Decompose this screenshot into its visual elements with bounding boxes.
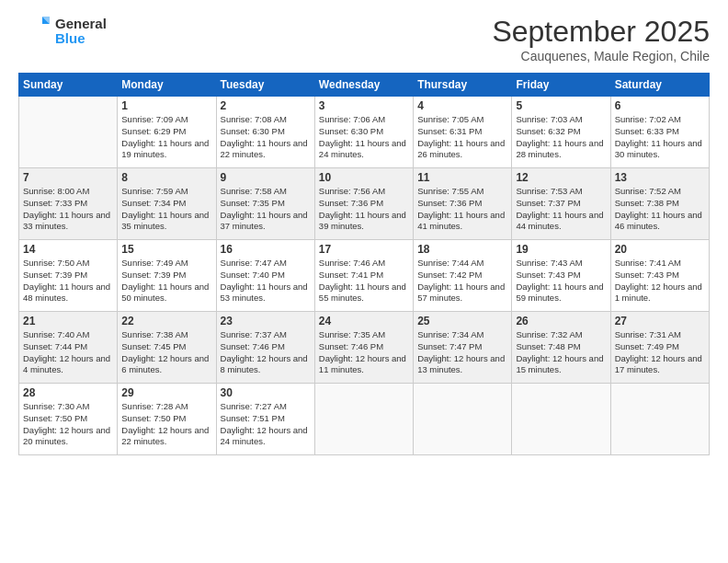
day-header: Monday <box>118 74 216 97</box>
cell-info: Sunrise: 7:46 AMSunset: 7:41 PMDaylight:… <box>319 258 409 304</box>
logo-svg <box>18 15 51 48</box>
day-number: 27 <box>615 315 705 327</box>
day-number: 9 <box>221 171 311 184</box>
cell-info: Sunrise: 7:56 AMSunset: 7:36 PMDaylight:… <box>319 186 409 233</box>
calendar-cell: 29 Sunrise: 7:28 AMSunset: 7:50 PMDaylig… <box>118 384 216 455</box>
cell-info: Sunrise: 7:06 AMSunset: 6:30 PMDaylight:… <box>319 114 409 161</box>
calendar-cell <box>414 384 512 455</box>
day-number: 24 <box>319 315 409 327</box>
cell-info: Sunrise: 7:55 AMSunset: 7:36 PMDaylight:… <box>417 186 507 233</box>
calendar: SundayMondayTuesdayWednesdayThursdayFrid… <box>18 73 710 455</box>
cell-info: Sunrise: 7:05 AMSunset: 6:31 PMDaylight:… <box>417 114 507 161</box>
cell-info: Sunrise: 7:43 AMSunset: 7:43 PMDaylight:… <box>516 258 606 304</box>
title-section: September 2025 Cauquenes, Maule Region, … <box>492 15 710 63</box>
day-number: 23 <box>221 315 311 327</box>
calendar-cell: 1 Sunrise: 7:09 AMSunset: 6:29 PMDayligh… <box>118 97 216 168</box>
subtitle: Cauquenes, Maule Region, Chile <box>492 49 710 63</box>
day-number: 21 <box>23 315 113 327</box>
calendar-cell: 27 Sunrise: 7:31 AMSunset: 7:49 PMDaylig… <box>610 312 709 384</box>
month-title: September 2025 <box>492 15 710 49</box>
day-number: 2 <box>221 99 311 112</box>
calendar-cell: 17 Sunrise: 7:46 AMSunset: 7:41 PMDaylig… <box>314 240 413 312</box>
day-number: 16 <box>221 243 311 256</box>
cell-info: Sunrise: 7:41 AMSunset: 7:43 PMDaylight:… <box>615 258 705 304</box>
day-number: 26 <box>516 315 606 327</box>
cell-info: Sunrise: 8:00 AMSunset: 7:33 PMDaylight:… <box>23 186 113 233</box>
cell-info: Sunrise: 7:34 AMSunset: 7:47 PMDaylight:… <box>417 329 507 376</box>
logo-general: General <box>55 17 107 32</box>
calendar-cell: 25 Sunrise: 7:34 AMSunset: 7:47 PMDaylig… <box>414 312 512 384</box>
day-number: 1 <box>121 99 211 112</box>
day-number: 20 <box>615 243 705 256</box>
day-number: 15 <box>121 243 211 256</box>
day-number: 19 <box>516 243 606 256</box>
calendar-cell <box>314 384 413 455</box>
calendar-cell <box>512 384 610 455</box>
day-number: 12 <box>516 171 606 184</box>
calendar-cell: 2 Sunrise: 7:08 AMSunset: 6:30 PMDayligh… <box>216 97 314 168</box>
cell-info: Sunrise: 7:49 AMSunset: 7:39 PMDaylight:… <box>121 258 211 304</box>
cell-info: Sunrise: 7:31 AMSunset: 7:49 PMDaylight:… <box>615 329 705 376</box>
calendar-cell: 9 Sunrise: 7:58 AMSunset: 7:35 PMDayligh… <box>216 168 314 240</box>
day-number: 30 <box>221 386 311 399</box>
cell-info: Sunrise: 7:37 AMSunset: 7:46 PMDaylight:… <box>221 329 311 376</box>
day-number: 5 <box>516 99 606 112</box>
cell-info: Sunrise: 7:38 AMSunset: 7:45 PMDaylight:… <box>121 329 211 376</box>
cell-info: Sunrise: 7:08 AMSunset: 6:30 PMDaylight:… <box>221 114 311 161</box>
calendar-cell: 8 Sunrise: 7:59 AMSunset: 7:34 PMDayligh… <box>118 168 216 240</box>
cell-info: Sunrise: 7:28 AMSunset: 7:50 PMDaylight:… <box>121 401 211 448</box>
cell-info: Sunrise: 7:30 AMSunset: 7:50 PMDaylight:… <box>23 401 113 448</box>
cell-info: Sunrise: 7:35 AMSunset: 7:46 PMDaylight:… <box>319 329 409 376</box>
cell-info: Sunrise: 7:52 AMSunset: 7:38 PMDaylight:… <box>615 186 705 233</box>
cell-info: Sunrise: 7:27 AMSunset: 7:51 PMDaylight:… <box>221 401 311 448</box>
calendar-cell: 6 Sunrise: 7:02 AMSunset: 6:33 PMDayligh… <box>610 97 709 168</box>
day-number: 6 <box>615 99 705 112</box>
cell-info: Sunrise: 7:03 AMSunset: 6:32 PMDaylight:… <box>516 114 606 161</box>
day-number: 10 <box>319 171 409 184</box>
calendar-cell: 11 Sunrise: 7:55 AMSunset: 7:36 PMDaylig… <box>414 168 512 240</box>
day-number: 4 <box>417 99 507 112</box>
cell-info: Sunrise: 7:58 AMSunset: 7:35 PMDaylight:… <box>221 186 311 233</box>
cell-info: Sunrise: 7:32 AMSunset: 7:48 PMDaylight:… <box>516 329 606 376</box>
cell-info: Sunrise: 7:02 AMSunset: 6:33 PMDaylight:… <box>615 114 705 161</box>
day-header: Thursday <box>414 74 512 97</box>
calendar-cell: 20 Sunrise: 7:41 AMSunset: 7:43 PMDaylig… <box>610 240 709 312</box>
logo: General Blue <box>18 15 107 48</box>
calendar-cell: 12 Sunrise: 7:53 AMSunset: 7:37 PMDaylig… <box>512 168 610 240</box>
calendar-cell: 3 Sunrise: 7:06 AMSunset: 6:30 PMDayligh… <box>314 97 413 168</box>
calendar-cell: 21 Sunrise: 7:40 AMSunset: 7:44 PMDaylig… <box>19 312 118 384</box>
calendar-cell: 22 Sunrise: 7:38 AMSunset: 7:45 PMDaylig… <box>118 312 216 384</box>
calendar-cell: 26 Sunrise: 7:32 AMSunset: 7:48 PMDaylig… <box>512 312 610 384</box>
calendar-cell: 15 Sunrise: 7:49 AMSunset: 7:39 PMDaylig… <box>118 240 216 312</box>
cell-info: Sunrise: 7:47 AMSunset: 7:40 PMDaylight:… <box>221 258 311 304</box>
day-number: 28 <box>23 386 113 399</box>
cell-info: Sunrise: 7:44 AMSunset: 7:42 PMDaylight:… <box>417 258 507 304</box>
day-number: 17 <box>319 243 409 256</box>
day-number: 7 <box>23 171 113 184</box>
day-number: 11 <box>417 171 507 184</box>
calendar-cell: 7 Sunrise: 8:00 AMSunset: 7:33 PMDayligh… <box>19 168 118 240</box>
calendar-cell: 13 Sunrise: 7:52 AMSunset: 7:38 PMDaylig… <box>610 168 709 240</box>
day-header: Friday <box>512 74 610 97</box>
cell-info: Sunrise: 7:59 AMSunset: 7:34 PMDaylight:… <box>121 186 211 233</box>
cell-info: Sunrise: 7:40 AMSunset: 7:44 PMDaylight:… <box>23 329 113 376</box>
calendar-cell: 14 Sunrise: 7:50 AMSunset: 7:39 PMDaylig… <box>19 240 118 312</box>
calendar-cell <box>610 384 709 455</box>
calendar-cell: 30 Sunrise: 7:27 AMSunset: 7:51 PMDaylig… <box>216 384 314 455</box>
day-number: 22 <box>121 315 211 327</box>
cell-info: Sunrise: 7:09 AMSunset: 6:29 PMDaylight:… <box>121 114 211 161</box>
calendar-cell: 5 Sunrise: 7:03 AMSunset: 6:32 PMDayligh… <box>512 97 610 168</box>
day-number: 14 <box>23 243 113 256</box>
cell-info: Sunrise: 7:50 AMSunset: 7:39 PMDaylight:… <box>23 258 113 304</box>
calendar-cell: 16 Sunrise: 7:47 AMSunset: 7:40 PMDaylig… <box>216 240 314 312</box>
day-number: 3 <box>319 99 409 112</box>
day-header: Tuesday <box>216 74 314 97</box>
day-number: 18 <box>417 243 507 256</box>
day-header: Sunday <box>19 74 118 97</box>
day-header: Saturday <box>610 74 709 97</box>
logo-blue: Blue <box>55 31 107 47</box>
day-number: 13 <box>615 171 705 184</box>
calendar-cell: 4 Sunrise: 7:05 AMSunset: 6:31 PMDayligh… <box>414 97 512 168</box>
calendar-cell: 19 Sunrise: 7:43 AMSunset: 7:43 PMDaylig… <box>512 240 610 312</box>
calendar-cell: 24 Sunrise: 7:35 AMSunset: 7:46 PMDaylig… <box>314 312 413 384</box>
